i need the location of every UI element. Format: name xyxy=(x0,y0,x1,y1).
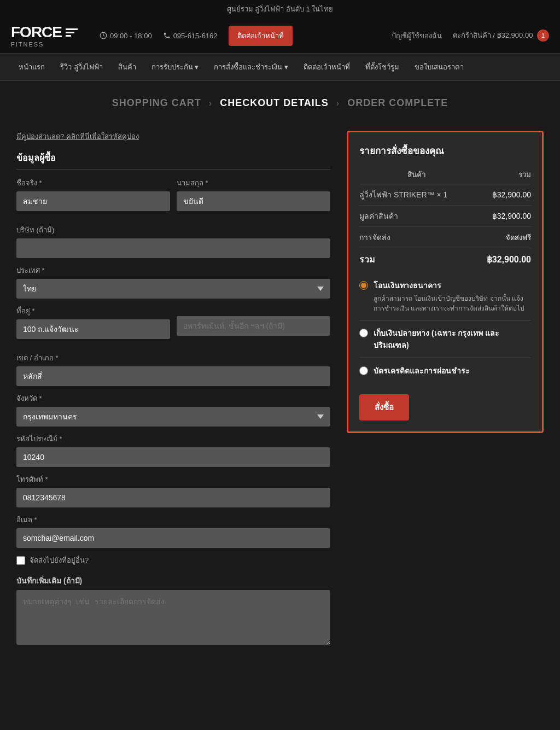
postal-input[interactable] xyxy=(16,447,330,467)
total-row: รวม ฿32,900.00 xyxy=(359,248,531,271)
coupon-link[interactable]: มีคูปองส่วนลด? คลิกที่นี่เพื่อใส่รหัสคูป… xyxy=(16,131,330,142)
contact-button[interactable]: ติดต่อเจ้าหน้าที่ xyxy=(229,26,293,46)
col-product-header: สินค้า xyxy=(359,166,474,184)
address2-group xyxy=(177,305,330,339)
shipping-value: จัดส่งฟรี xyxy=(474,227,531,248)
first-name-label: ชื่อจริง * xyxy=(16,177,170,189)
ship-diff-checkbox[interactable] xyxy=(16,556,25,565)
district-group: เขต / อำเภอ * xyxy=(16,352,330,386)
nav-reviews[interactable]: รีวิว ลู่วิ่งไฟฟ้า xyxy=(52,54,110,80)
nav-products[interactable]: สินค้า xyxy=(110,54,144,80)
phone-number: 095-615-6162 xyxy=(163,32,218,40)
last-name-input[interactable] xyxy=(177,191,330,211)
product-row: ลู่วิ่งไฟฟ้า STRIKER™ × 1 ฿32,900.00 xyxy=(359,184,531,206)
order-table: สินค้า รวม ลู่วิ่งไฟฟ้า STRIKER™ × 1 ฿32… xyxy=(359,166,531,271)
buyer-info-title: ข้อมูลผู้ซื้อ xyxy=(16,151,330,170)
address-input[interactable] xyxy=(16,319,170,339)
credit-radio[interactable] xyxy=(359,366,368,375)
logo[interactable]: FORCE FITNESS xyxy=(11,24,78,48)
first-name-group: ชื่อจริง * xyxy=(16,177,170,211)
payment-credit: บัตรเครดิตและการผ่อนชำระ xyxy=(359,365,531,383)
company-group: บริษัท (ถ้ามี) xyxy=(16,224,330,258)
phone-group: โทรศัพท์ * xyxy=(16,474,330,507)
last-name-group: นามสกุล * xyxy=(177,177,330,211)
district-input[interactable] xyxy=(16,366,330,386)
ship-diff-row: จัดส่งไปยังที่อยู่อื่น? xyxy=(16,554,330,566)
phone-input[interactable] xyxy=(16,488,330,507)
breadcrumb-step1[interactable]: SHOPPING CART xyxy=(112,97,201,109)
email-input[interactable] xyxy=(16,528,330,548)
nav-showroom[interactable]: ที่ตั้งโชว์รูม xyxy=(358,54,407,80)
total-value: ฿32,900.00 xyxy=(474,248,531,271)
notes-title: บันทึกเพิ่มเติม (ถ้ามี) xyxy=(16,575,330,587)
main-nav: หน้าแรก รีวิว ลู่วิ่งไฟฟ้า สินค้า การรับ… xyxy=(0,54,560,81)
province-label: จังหวัด * xyxy=(16,393,330,404)
header: FORCE FITNESS 09:00 - 18:00 095-615-6162… xyxy=(0,18,560,54)
email-label: อีเมล * xyxy=(16,514,330,525)
subtotal-value: ฿32,900.00 xyxy=(474,206,531,227)
province-select[interactable]: กรุงเทพมหานคร xyxy=(16,407,330,427)
payment-cod: เก็บเงินปลายทาง (เฉพาะ กรุงเทพ และ ปริมณ… xyxy=(359,327,531,358)
order-summary: รายการสั่งซื้อของคุณ สินค้า รวม ลู่วิ่งไ… xyxy=(347,131,544,651)
header-right: บัญชีผู้ใช้ของฉัน ตะกร้าสินค้า / ฿32,900… xyxy=(392,30,549,42)
email-group: อีเมล * xyxy=(16,514,330,548)
logo-text: FORCE xyxy=(11,24,62,41)
logo-sub: FITNESS xyxy=(11,41,78,48)
checkout-form: มีคูปองส่วนลด? คลิกที่นี่เพื่อใส่รหัสคูป… xyxy=(16,131,330,651)
product-price: ฿32,900.00 xyxy=(474,184,531,206)
account-link[interactable]: บัญชีผู้ใช้ของฉัน xyxy=(392,30,442,42)
phone-label: โทรศัพท์ * xyxy=(16,474,330,485)
shipping-label: การจัดส่ง xyxy=(359,227,474,248)
notes-group xyxy=(16,590,330,645)
col-total-header: รวม xyxy=(474,166,531,184)
nav-contact[interactable]: ติดต่อเจ้าหน้าที่ xyxy=(296,54,358,80)
last-name-label: นามสกุล * xyxy=(177,177,330,189)
district-label: เขต / อำเภอ * xyxy=(16,352,330,364)
breadcrumb: SHOPPING CART › CHECKOUT DETAILS › ORDER… xyxy=(11,97,549,109)
order-title: รายการสั่งซื้อของคุณ xyxy=(359,143,531,158)
notes-textarea[interactable] xyxy=(16,590,330,645)
nav-ordering[interactable]: การสั่งซื้อและชำระเงิน ▾ xyxy=(206,54,296,80)
phone-hours: 09:00 - 18:00 xyxy=(100,32,152,40)
subtotal-label: มูลค่าสินค้า xyxy=(359,206,474,227)
cod-radio[interactable] xyxy=(359,329,368,337)
country-select[interactable]: ไทย xyxy=(16,279,330,299)
subtotal-row: มูลค่าสินค้า ฿32,900.00 xyxy=(359,206,531,227)
order-box: รายการสั่งซื้อของคุณ สินค้า รวม ลู่วิ่งไ… xyxy=(347,131,544,433)
order-button[interactable]: สั่งซื้อ xyxy=(359,394,409,421)
company-input[interactable] xyxy=(16,238,330,258)
nav-home[interactable]: หน้าแรก xyxy=(11,54,52,80)
shipping-row: การจัดส่ง จัดส่งฟรี xyxy=(359,227,531,248)
address-group: ที่อยู่ * xyxy=(16,305,170,339)
breadcrumb-sep2: › xyxy=(336,98,340,108)
breadcrumb-step3[interactable]: ORDER COMPLETE xyxy=(347,97,448,109)
bank-transfer-label: โอนเงินทางธนาคาร xyxy=(374,279,531,291)
payment-bank-transfer: โอนเงินทางธนาคาร ลูกค้าสามารถ โอนเงินเข้… xyxy=(359,279,531,320)
main-content: มีคูปองส่วนลด? คลิกที่นี่เพื่อใส่รหัสคูป… xyxy=(0,120,560,673)
payment-options: โอนเงินทางธนาคาร ลูกค้าสามารถ โอนเงินเข้… xyxy=(359,279,531,383)
header-info: 09:00 - 18:00 095-615-6162 xyxy=(100,32,218,40)
total-label: รวม xyxy=(359,248,474,271)
address-row: ที่อยู่ * xyxy=(16,305,330,346)
company-label: บริษัท (ถ้ามี) xyxy=(16,224,330,236)
credit-label: บัตรเครดิตและการผ่อนชำระ xyxy=(374,365,470,377)
country-label: ประเทศ * xyxy=(16,265,330,276)
address-label: ที่อยู่ * xyxy=(16,305,170,317)
breadcrumb-section: SHOPPING CART › CHECKOUT DETAILS › ORDER… xyxy=(0,81,560,120)
product-name: ลู่วิ่งไฟฟ้า STRIKER™ × 1 xyxy=(359,184,474,206)
postal-label: รหัสไปรษณีย์ * xyxy=(16,433,330,445)
breadcrumb-sep1: › xyxy=(209,98,212,108)
bank-transfer-desc: ลูกค้าสามารถ โอนเงินเข้าบัญชีของบริษัท จ… xyxy=(374,294,531,313)
breadcrumb-step2[interactable]: CHECKOUT DETAILS xyxy=(220,97,329,109)
first-name-input[interactable] xyxy=(16,191,170,211)
cod-label: เก็บเงินปลายทาง (เฉพาะ กรุงเทพ และ ปริมณ… xyxy=(374,327,531,351)
nav-warranty[interactable]: การรับประกัน ▾ xyxy=(144,54,207,80)
ship-diff-label[interactable]: จัดส่งไปยังที่อยู่อื่น? xyxy=(30,554,89,566)
province-group: จังหวัด * กรุงเทพมหานคร xyxy=(16,393,330,427)
nav-quote[interactable]: ขอใบเสนอราคา xyxy=(407,54,471,80)
cart-link[interactable]: ตะกร้าสินค้า / ฿32,900.00 1 xyxy=(453,30,549,42)
address2-input[interactable] xyxy=(177,316,330,336)
cart-count: 1 xyxy=(537,30,549,42)
bank-transfer-radio[interactable] xyxy=(359,281,368,290)
country-group: ประเทศ * ไทย xyxy=(16,265,330,299)
